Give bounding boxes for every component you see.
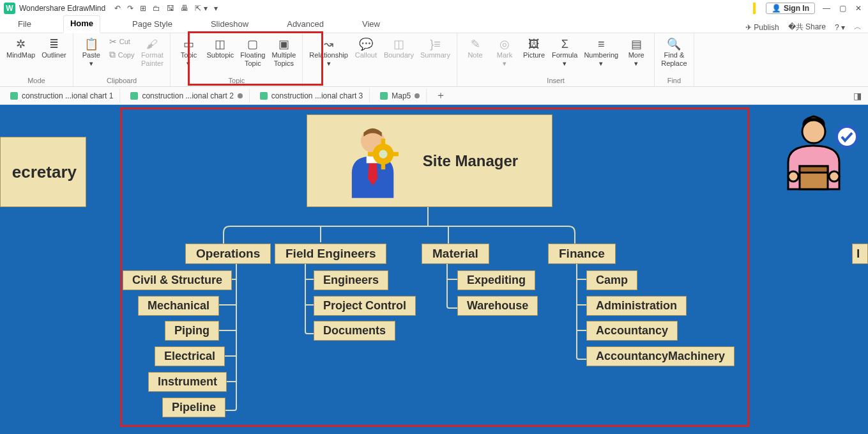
- leaf-camp[interactable]: Camp: [586, 270, 637, 290]
- app-logo: W: [4, 3, 15, 14]
- cut-button[interactable]: ✂Cut: [107, 36, 137, 47]
- node-side-peek[interactable]: I: [852, 244, 868, 264]
- add-tab-button[interactable]: ＋: [430, 89, 451, 102]
- delivery-person-icon: [769, 112, 858, 202]
- open-icon[interactable]: 🗀: [153, 4, 160, 13]
- outliner-icon: ≣: [49, 37, 59, 51]
- leaf-engineers[interactable]: Engineers: [314, 270, 388, 290]
- multiple-topics-button[interactable]: ▣MultipleTopics: [269, 36, 298, 68]
- sign-in-button[interactable]: 👤 Sign In: [766, 3, 815, 14]
- publish-button[interactable]: ✈ Publish: [745, 23, 779, 32]
- file-icon: [380, 92, 388, 100]
- find-icon: 🔍: [667, 37, 681, 51]
- menu-advanced[interactable]: Advanced: [280, 17, 330, 33]
- leaf-pipeline[interactable]: Pipeline: [162, 398, 225, 417]
- copy-label: Copy: [118, 51, 135, 59]
- boundary-button[interactable]: ◫Boundary: [381, 36, 416, 61]
- leaf-mechanical[interactable]: Mechanical: [138, 296, 219, 316]
- more-button[interactable]: ▤More▾: [622, 36, 650, 68]
- copy-button[interactable]: ⧉Copy: [107, 49, 137, 61]
- topic-button[interactable]: ▭Topic▾: [174, 36, 202, 68]
- share-button[interactable]: �共 Share: [788, 22, 826, 33]
- relationship-button[interactable]: ↝Relationship▾: [307, 36, 351, 68]
- print-icon[interactable]: 🖶: [181, 4, 188, 13]
- publish-label: Publish: [754, 23, 779, 32]
- format-painter-button[interactable]: 🖌FormatPainter: [138, 36, 166, 68]
- summary-button[interactable]: }≡Summary: [418, 36, 453, 61]
- redo-icon[interactable]: ↷: [127, 4, 133, 13]
- node-secretary[interactable]: ecretary: [0, 137, 86, 207]
- more-label: More: [628, 51, 644, 59]
- mark-label: Mark: [497, 51, 512, 59]
- canvas[interactable]: Site Manager ecretary Operations Field E…: [0, 105, 868, 434]
- mindmap-button[interactable]: ✲MindMap: [4, 36, 38, 61]
- doc-tab-4[interactable]: Map5: [374, 89, 427, 103]
- export-icon[interactable]: ⇱ ▾: [195, 4, 207, 13]
- sign-in-label: Sign In: [784, 4, 809, 13]
- paste-button[interactable]: 📋Paste▾: [77, 36, 105, 68]
- more-icon[interactable]: ▾: [214, 4, 218, 13]
- find-replace-button[interactable]: 🔍Find &Replace: [659, 36, 689, 68]
- help-button[interactable]: ? ▾: [835, 23, 845, 32]
- outliner-label: Outliner: [42, 51, 66, 59]
- node-finance[interactable]: Finance: [548, 244, 616, 264]
- mindmap-label: MindMap: [6, 51, 35, 59]
- unsaved-dot: [415, 93, 420, 98]
- doc-tab-2[interactable]: construction ...ional chart 2: [124, 89, 249, 103]
- node-operations[interactable]: Operations: [185, 244, 271, 264]
- leaf-warehouse[interactable]: Warehouse: [457, 296, 538, 316]
- numbering-button[interactable]: ≡Numbering▾: [581, 36, 621, 68]
- leaf-electrical[interactable]: Electrical: [155, 346, 225, 366]
- undo-icon[interactable]: ↶: [114, 4, 121, 13]
- fp-label2: Painter: [141, 59, 164, 68]
- leaf-administration[interactable]: Administration: [586, 296, 687, 316]
- leaf-instrument[interactable]: Instrument: [148, 372, 227, 392]
- doc-tab-3[interactable]: construction ...ional chart 3: [254, 89, 370, 103]
- formula-label: Formula: [552, 51, 577, 59]
- minimize-icon[interactable]: —: [823, 4, 830, 13]
- close-icon[interactable]: ✕: [855, 4, 862, 13]
- subtopic-button[interactable]: ◫Subtopic: [204, 36, 236, 61]
- panel-toggle-icon[interactable]: ◨: [847, 91, 868, 101]
- subtopic-icon: ◫: [215, 37, 225, 51]
- leaf-documents[interactable]: Documents: [314, 321, 395, 341]
- boundary-label: Boundary: [384, 51, 414, 59]
- share-label: Share: [805, 22, 826, 31]
- menu-file[interactable]: File: [11, 17, 38, 33]
- menu-home[interactable]: Home: [63, 15, 100, 33]
- relationship-icon: ↝: [324, 37, 333, 51]
- leaf-project-control[interactable]: Project Control: [314, 296, 416, 316]
- leaf-accountancy-machinery[interactable]: AccountancyMachinery: [586, 346, 735, 366]
- callout-label: Callout: [355, 51, 377, 59]
- doc-tab-1[interactable]: construction ...ional chart 1: [4, 89, 120, 103]
- node-material[interactable]: Material: [422, 244, 489, 264]
- topic-group-label: Topic: [174, 77, 298, 86]
- node-field-engineers[interactable]: Field Engineers: [275, 244, 386, 264]
- menu-slideshow[interactable]: Slideshow: [204, 17, 255, 33]
- new-icon[interactable]: ⊞: [140, 4, 146, 13]
- mt-label1: Multiple: [271, 51, 296, 59]
- collapse-ribbon-icon[interactable]: ︿: [854, 22, 862, 33]
- menu-page-style[interactable]: Page Style: [126, 17, 179, 33]
- outliner-button[interactable]: ≣Outliner: [39, 36, 69, 61]
- leaf-expediting[interactable]: Expediting: [457, 270, 535, 290]
- brush-icon: 🖌: [146, 37, 158, 51]
- mark-button[interactable]: ◎Mark▾: [491, 36, 519, 68]
- formula-button[interactable]: ΣFormula▾: [549, 36, 580, 68]
- save-icon[interactable]: 🖫: [167, 4, 174, 13]
- file-icon: [260, 92, 268, 100]
- more-icon: ▤: [631, 37, 642, 51]
- cut-icon: ✂: [109, 36, 117, 47]
- note-button[interactable]: ✎Note: [461, 36, 489, 61]
- picture-button[interactable]: 🖼Picture: [520, 36, 548, 61]
- file-icon: [10, 92, 18, 100]
- floating-topic-button[interactable]: ▢FloatingTopic: [238, 36, 268, 68]
- leaf-accountancy[interactable]: Accountancy: [586, 321, 678, 341]
- menu-view[interactable]: View: [356, 17, 386, 33]
- tab-label: construction ...ional chart 1: [22, 91, 113, 100]
- leaf-piping[interactable]: Piping: [165, 321, 219, 341]
- maximize-icon[interactable]: ▢: [839, 4, 846, 13]
- leaf-civil[interactable]: Civil & Structure: [123, 270, 232, 290]
- callout-button[interactable]: 💬Callout: [352, 36, 380, 61]
- node-site-manager[interactable]: Site Manager: [307, 114, 552, 207]
